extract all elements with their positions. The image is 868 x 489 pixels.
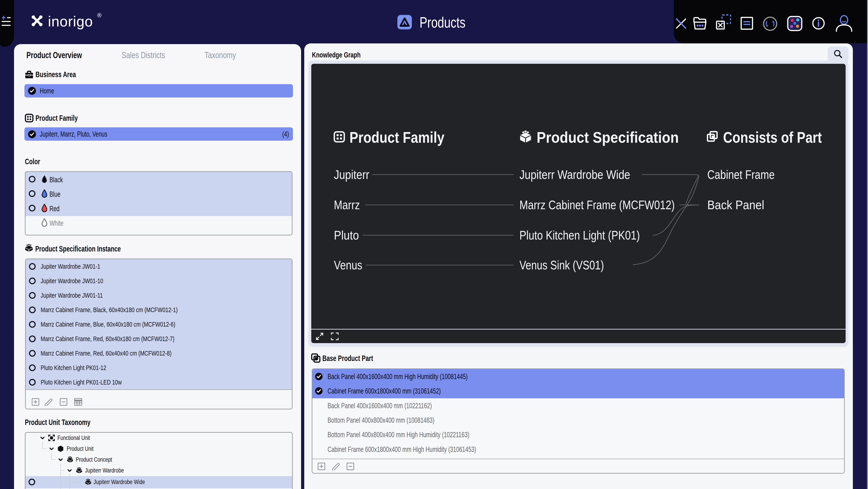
svg-text:Marrz: Marrz xyxy=(334,198,360,212)
svg-text:Jupiterr: Jupiterr xyxy=(334,168,369,182)
svg-text:Venus: Venus xyxy=(334,258,362,272)
svg-text:Back Panel: Back Panel xyxy=(707,198,764,212)
svg-text:Pluto Kitchen Light (PK01): Pluto Kitchen Light (PK01) xyxy=(520,228,640,242)
svg-text:Jupiterr Wardrobe Wide: Jupiterr Wardrobe Wide xyxy=(520,168,630,182)
svg-text:Pluto: Pluto xyxy=(334,228,359,242)
svg-text:Product Specification: Product Specification xyxy=(537,129,679,146)
svg-text:Product Family: Product Family xyxy=(349,129,444,146)
svg-text:Venus Sink (VS01): Venus Sink (VS01) xyxy=(520,258,604,272)
svg-text:Consists of Part: Consists of Part xyxy=(723,129,822,146)
svg-text:Marrz Cabinet Frame (MCFW012): Marrz Cabinet Frame (MCFW012) xyxy=(520,198,675,212)
svg-text:Cabinet Frame: Cabinet Frame xyxy=(707,168,775,182)
